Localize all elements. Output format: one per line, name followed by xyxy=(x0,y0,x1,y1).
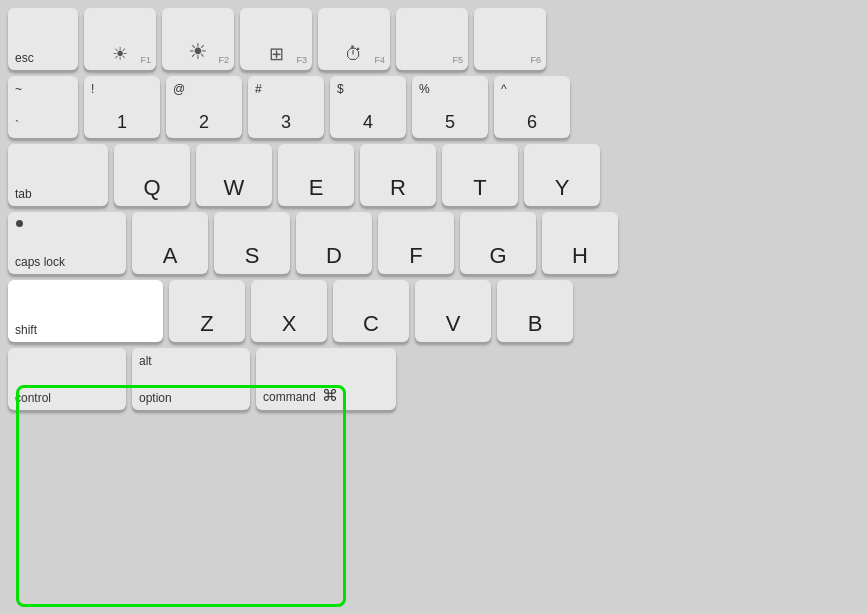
key-5-bottom: 5 xyxy=(419,112,481,133)
key-f6[interactable]: F6 xyxy=(474,8,546,70)
key-5-top: % xyxy=(419,82,430,96)
key-z[interactable]: Z xyxy=(169,280,245,342)
highlight-modifier-keys xyxy=(16,385,346,607)
key-esc[interactable]: esc xyxy=(8,8,78,70)
f5-fn-label: F5 xyxy=(452,55,463,65)
key-1[interactable]: ! 1 xyxy=(84,76,160,138)
key-h-label: H xyxy=(549,243,611,269)
key-d-label: D xyxy=(303,243,365,269)
tab-label: tab xyxy=(15,187,101,201)
key-alt-option[interactable]: alt option xyxy=(132,348,250,410)
key-q[interactable]: Q xyxy=(114,144,190,206)
key-6-top: ^ xyxy=(501,82,507,96)
key-r[interactable]: R xyxy=(360,144,436,206)
key-t[interactable]: T xyxy=(442,144,518,206)
keyboard: esc ☀ F1 ☀ F2 ⊞ F3 ⏱ F4 F5 F6 ~ ` xyxy=(0,0,867,614)
key-q-label: Q xyxy=(121,175,183,201)
tilde-bottom: ` xyxy=(15,119,71,133)
key-4-bottom: 4 xyxy=(337,112,399,133)
key-x-label: X xyxy=(258,311,320,337)
key-f1[interactable]: ☀ F1 xyxy=(84,8,156,70)
key-d[interactable]: D xyxy=(296,212,372,274)
f4-fn-label: F4 xyxy=(374,55,385,65)
option-label: option xyxy=(139,391,243,405)
key-6-bottom: 6 xyxy=(501,112,563,133)
esc-label: esc xyxy=(15,51,71,65)
key-g-label: G xyxy=(467,243,529,269)
key-f[interactable]: F xyxy=(378,212,454,274)
f2-fn-label: F2 xyxy=(218,55,229,65)
key-e[interactable]: E xyxy=(278,144,354,206)
key-shift-left[interactable]: shift xyxy=(8,280,163,342)
key-y-label: Y xyxy=(531,175,593,201)
key-3[interactable]: # 3 xyxy=(248,76,324,138)
key-c[interactable]: C xyxy=(333,280,409,342)
key-b-label: B xyxy=(504,311,566,337)
zxcv-row: shift Z X C V B xyxy=(0,280,867,342)
tilde-top: ~ xyxy=(15,82,22,96)
key-s-label: S xyxy=(221,243,283,269)
key-c-label: C xyxy=(340,311,402,337)
key-v-label: V xyxy=(422,311,484,337)
caps-lock-label: caps lock xyxy=(15,255,119,269)
key-caps-lock[interactable]: caps lock xyxy=(8,212,126,274)
key-s[interactable]: S xyxy=(214,212,290,274)
key-g[interactable]: G xyxy=(460,212,536,274)
key-f-label: F xyxy=(385,243,447,269)
key-2-top: @ xyxy=(173,82,185,96)
key-2[interactable]: @ 2 xyxy=(166,76,242,138)
key-w-label: W xyxy=(203,175,265,201)
command-label: command ⌘ xyxy=(263,386,389,405)
key-2-bottom: 2 xyxy=(173,112,235,133)
asdf-row: caps lock A S D F G H xyxy=(0,212,867,274)
key-tab[interactable]: tab xyxy=(8,144,108,206)
fn-row: esc ☀ F1 ☀ F2 ⊞ F3 ⏱ F4 F5 F6 xyxy=(0,8,867,70)
number-row: ~ ` ! 1 @ 2 # 3 $ 4 % 5 ^ 6 xyxy=(0,76,867,138)
key-x[interactable]: X xyxy=(251,280,327,342)
key-a[interactable]: A xyxy=(132,212,208,274)
key-4[interactable]: $ 4 xyxy=(330,76,406,138)
key-e-label: E xyxy=(285,175,347,201)
qwerty-row: tab Q W E R T Y xyxy=(0,144,867,206)
key-5[interactable]: % 5 xyxy=(412,76,488,138)
key-w[interactable]: W xyxy=(196,144,272,206)
f6-fn-label: F6 xyxy=(530,55,541,65)
key-3-top: # xyxy=(255,82,262,96)
key-1-top: ! xyxy=(91,82,94,96)
key-6[interactable]: ^ 6 xyxy=(494,76,570,138)
control-label: control xyxy=(15,391,119,405)
bottom-row: control alt option command ⌘ xyxy=(0,348,867,410)
f3-fn-label: F3 xyxy=(296,55,307,65)
key-tilde[interactable]: ~ ` xyxy=(8,76,78,138)
key-1-bottom: 1 xyxy=(91,112,153,133)
key-r-label: R xyxy=(367,175,429,201)
key-control[interactable]: control xyxy=(8,348,126,410)
key-b[interactable]: B xyxy=(497,280,573,342)
key-4-top: $ xyxy=(337,82,344,96)
key-t-label: T xyxy=(449,175,511,201)
key-f3[interactable]: ⊞ F3 xyxy=(240,8,312,70)
key-v[interactable]: V xyxy=(415,280,491,342)
key-3-bottom: 3 xyxy=(255,112,317,133)
key-f2[interactable]: ☀ F2 xyxy=(162,8,234,70)
key-y[interactable]: Y xyxy=(524,144,600,206)
key-f4[interactable]: ⏱ F4 xyxy=(318,8,390,70)
key-f5[interactable]: F5 xyxy=(396,8,468,70)
f1-fn-label: F1 xyxy=(140,55,151,65)
key-command[interactable]: command ⌘ xyxy=(256,348,396,410)
shift-label: shift xyxy=(15,323,156,337)
key-z-label: Z xyxy=(176,311,238,337)
key-h[interactable]: H xyxy=(542,212,618,274)
key-a-label: A xyxy=(139,243,201,269)
alt-top-label: alt xyxy=(139,354,152,368)
caps-lock-indicator xyxy=(16,220,23,227)
